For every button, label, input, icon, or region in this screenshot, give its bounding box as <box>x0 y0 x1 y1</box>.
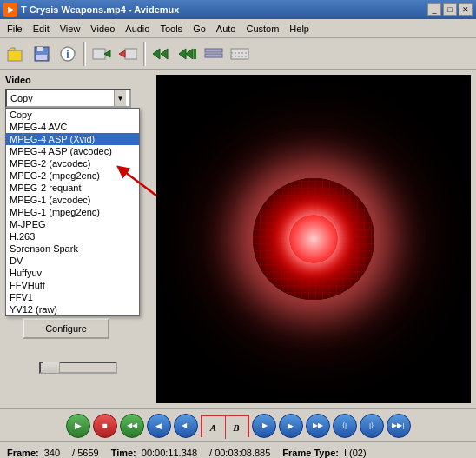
time-value: 00:00:11.348 <box>142 448 197 458</box>
close-button[interactable]: ✕ <box>459 3 473 16</box>
frame-value: 340 <box>44 448 60 458</box>
menu-go[interactable]: Go <box>188 22 211 36</box>
menu-tools[interactable]: Tools <box>155 22 188 36</box>
codec-option-sorenson[interactable]: Sorenson Spark <box>6 242 139 255</box>
progress-slider[interactable] <box>39 362 117 374</box>
save-output-button[interactable] <box>116 42 140 66</box>
slider-section <box>5 362 151 374</box>
time-total: / 00:03:08.885 <box>209 448 270 458</box>
stop-button[interactable]: ■ <box>93 414 117 438</box>
codec-option-mjpeg[interactable]: M-JPEG <box>6 218 139 230</box>
codec-option-mpeg4-avcodec[interactable]: MPEG-4 ASP (avcodec) <box>6 145 139 157</box>
svg-rect-3 <box>37 47 43 51</box>
encode-button[interactable] <box>149 42 174 66</box>
codec-option-mpeg2-avcodec[interactable]: MPEG-2 (avcodec) <box>6 157 139 169</box>
codec-option-mpeg1-avcodec[interactable]: MPEG-1 (avcodec) <box>6 194 139 206</box>
toolbar-sep-1 <box>83 42 86 66</box>
svg-rect-7 <box>93 49 105 59</box>
dropdown-arrow-icon: ▼ <box>114 90 126 106</box>
next-keyframe-button[interactable]: |⟩ <box>360 414 384 438</box>
fast-forward-button[interactable]: ▶▶ <box>306 414 330 438</box>
open-file-button[interactable] <box>3 42 28 66</box>
prev-keyframe-button[interactable]: ⟨| <box>333 414 357 438</box>
menu-bar: File Edit View Video Audio Tools Go Auto… <box>0 19 476 38</box>
window-title: T Crysis Weapons.mp4 - Avidemux <box>21 4 427 15</box>
video-orb <box>253 178 374 300</box>
configure-button[interactable]: Configure <box>23 318 109 339</box>
batch-btn[interactable] <box>202 42 226 66</box>
toolbar: i <box>0 38 476 70</box>
maximize-button[interactable]: □ <box>443 3 457 16</box>
codec-option-ffvhuff[interactable]: FFVHuff <box>6 279 139 291</box>
b-button[interactable]: B <box>225 416 248 439</box>
minimize-button[interactable]: _ <box>427 3 441 16</box>
codec-option-mpeg2-mpeg2enc[interactable]: MPEG-2 (mpeg2enc) <box>6 169 139 182</box>
frame-label: Frame: <box>7 448 39 458</box>
play-button[interactable]: ▶ <box>66 414 90 438</box>
svg-marker-12 <box>161 49 168 59</box>
orb-center <box>290 216 338 263</box>
svg-marker-11 <box>153 49 160 59</box>
status-bar: Frame: 340 / 5659 Time: 00:00:11.348 / 0… <box>0 441 476 458</box>
back-button[interactable]: ◀ <box>147 414 171 438</box>
svg-marker-13 <box>179 49 186 59</box>
svg-rect-18 <box>231 49 248 59</box>
frame-type-value: I (02) <box>344 448 367 458</box>
a-button[interactable]: A <box>202 416 225 439</box>
codec-option-mpeg2-requant[interactable]: MPEG-2 requant <box>6 182 139 194</box>
svg-rect-9 <box>125 49 137 59</box>
svg-rect-17 <box>205 54 222 57</box>
menu-audio[interactable]: Audio <box>120 22 155 36</box>
skip-btn[interactable] <box>175 42 200 66</box>
time-label: Time: <box>111 448 136 458</box>
title-bar: ▶ T Crysis Weapons.mp4 - Avidemux _ □ ✕ <box>0 0 476 19</box>
video-codec-dropdown[interactable]: Copy ▼ Copy MPEG-4 AVC MPEG-4 ASP (Xvid)… <box>5 89 151 108</box>
save-button[interactable] <box>30 42 54 66</box>
video-preview <box>156 75 471 403</box>
menu-view[interactable]: View <box>55 22 86 36</box>
codec-option-copy[interactable]: Copy <box>6 109 139 121</box>
forward-button[interactable]: ▶ <box>279 414 303 438</box>
playback-controls: ▶ ■ ◀◀ ◀ ◀| A B |▶ ▶ ▶▶ ⟨| |⟩ ▶▶| <box>0 408 476 441</box>
source-open-button[interactable] <box>89 42 114 66</box>
codec-option-h263[interactable]: H.263 <box>6 230 139 242</box>
next-frame-button[interactable]: |▶ <box>252 414 276 438</box>
codec-option-mpeg4-avc[interactable]: MPEG-4 AVC <box>6 121 139 133</box>
video-codec-list: Copy MPEG-4 AVC MPEG-4 ASP (Xvid) MPEG-4… <box>5 108 140 316</box>
video-codec-value: Copy <box>10 93 33 103</box>
app-icon: ▶ <box>3 3 17 17</box>
info-button[interactable]: i <box>56 42 80 66</box>
slider-thumb[interactable] <box>43 362 60 374</box>
svg-text:i: i <box>66 49 69 61</box>
menu-edit[interactable]: Edit <box>28 22 55 36</box>
main-content: Video Copy ▼ Copy MPEG-4 AVC MPEG-4 ASP … <box>0 70 476 408</box>
video-section-label: Video <box>5 75 151 85</box>
frame-type-label: Frame Type: <box>282 448 339 458</box>
menu-auto[interactable]: Auto <box>211 22 241 36</box>
video-codec-select[interactable]: Copy ▼ <box>5 89 131 108</box>
codec-option-mpeg4-xvid[interactable]: MPEG-4 ASP (Xvid) <box>6 133 139 145</box>
menu-file[interactable]: File <box>2 22 28 36</box>
window-controls: _ □ ✕ <box>427 3 473 16</box>
codec-option-mpeg1-mpeg2enc[interactable]: MPEG-1 (mpeg2enc) <box>6 206 139 218</box>
left-panel: Video Copy ▼ Copy MPEG-4 AVC MPEG-4 ASP … <box>0 70 156 408</box>
menu-video[interactable]: Video <box>85 22 120 36</box>
codec-option-dv[interactable]: DV <box>6 255 139 267</box>
prev-frame-button[interactable]: ◀| <box>174 414 198 438</box>
rewind-button[interactable]: ◀◀ <box>120 414 144 438</box>
svg-rect-0 <box>8 50 22 61</box>
end-button[interactable]: ▶▶| <box>387 414 411 438</box>
codec-option-huffyuv[interactable]: Huffyuv <box>6 267 139 279</box>
svg-marker-14 <box>186 49 193 59</box>
ab-buttons: A B <box>201 415 249 437</box>
codec-option-yv12[interactable]: YV12 (raw) <box>6 303 139 315</box>
deinterlace-btn[interactable] <box>228 42 252 66</box>
svg-rect-16 <box>205 49 222 52</box>
codec-option-ffv1[interactable]: FFV1 <box>6 291 139 303</box>
svg-rect-15 <box>194 49 196 59</box>
toolbar-sep-2 <box>143 42 146 66</box>
total-frames: / 5659 <box>72 448 99 458</box>
svg-marker-10 <box>119 50 125 57</box>
menu-help[interactable]: Help <box>284 22 314 36</box>
menu-custom[interactable]: Custom <box>241 22 284 36</box>
